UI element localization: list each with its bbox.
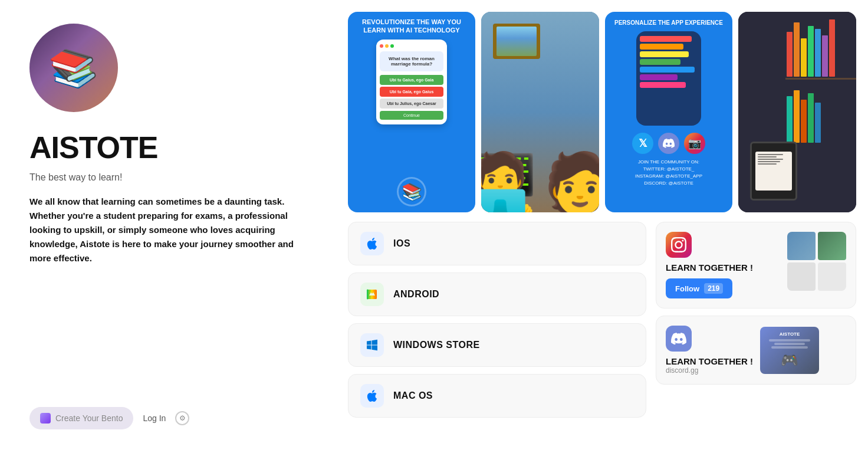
screenshot1-text: REVOLUTIONIZE THE WAY YOU LEARN WITH AI …: [353, 18, 471, 35]
discord-widget-left: LEARN TOGETHER ! discord.gg: [666, 326, 753, 375]
android-label: ANDROID: [393, 289, 439, 300]
phone-dots: [380, 44, 443, 48]
screenshot3-text: PERSONALIZE THE APP EXPERIENCE: [614, 19, 723, 27]
cartoon-scene: 🧑‍💻 🧑: [481, 12, 599, 212]
ios-download-item[interactable]: IOS: [348, 222, 646, 265]
instagram-widget: LEARN TOGETHER ! Follow 219: [656, 222, 856, 308]
discord-widget-content: LEARN TOGETHER ! discord.gg AISTOTE 🎮: [666, 326, 846, 375]
social-widgets: LEARN TOGETHER ! Follow 219: [656, 222, 856, 418]
discord-bar-1: [769, 339, 810, 342]
left-content: 📚 AISTOTE The best way to learn! We all …: [29, 24, 313, 265]
handwriting-2: [758, 156, 777, 157]
join-community-text: JOIN THE COMMUNITY ON: TWITTER: @AISTOTE…: [635, 159, 702, 187]
bento-icon: [40, 413, 51, 424]
book-8: [787, 96, 793, 143]
book-5: [815, 29, 821, 77]
discord-widget-icon: [666, 326, 692, 352]
thumb-4: [818, 262, 846, 291]
colorbar-5: [640, 67, 695, 73]
discord-bar-2: [774, 343, 805, 345]
follow-label: Follow: [675, 284, 699, 293]
continue-button-small: Continue: [380, 111, 443, 120]
right-panel: REVOLUTIONIZE THE WAY YOU LEARN WITH AI …: [342, 0, 868, 453]
quiz-question: What was the roman marriage formula?: [380, 51, 443, 71]
book-4: [808, 26, 814, 77]
colorbar-list: [640, 36, 698, 88]
windows-icon: [360, 333, 384, 357]
screenshot-books: [738, 12, 856, 212]
bookshelf-scene: [738, 12, 856, 212]
screenshot-quiz: REVOLUTIONIZE THE WAY YOU LEARN WITH AI …: [348, 12, 475, 212]
instagram-icon-small: 📷: [684, 133, 705, 154]
answer-3: Ubi tu Julius, ego Caesar: [380, 99, 443, 109]
tablet-screen: [755, 152, 792, 191]
android-download-item[interactable]: ANDROID: [348, 273, 646, 316]
book-1: [787, 32, 793, 77]
twitter-icon: 𝕏: [632, 133, 653, 154]
book-9: [794, 90, 800, 143]
windows-download-item[interactable]: WINDOWS STORE: [348, 323, 646, 367]
answer-2: Ubi tu Gaia, ego Gaius: [380, 87, 443, 97]
phone-frame-personalize: [636, 31, 701, 126]
book-7: [829, 19, 835, 77]
colorbar-2: [640, 44, 683, 50]
discord-icon-small: [658, 133, 679, 154]
book-12: [815, 103, 821, 143]
app-title: AISTOTE: [29, 130, 313, 165]
thumb-3: [787, 262, 816, 291]
mac-download-item[interactable]: MAC OS: [348, 374, 646, 418]
app-description: We all know that learning can sometimes …: [29, 195, 313, 265]
discord-preview-title: AISTOTE: [780, 331, 800, 337]
book-3: [801, 38, 807, 77]
colorbar-3: [640, 51, 689, 57]
dot-green: [390, 44, 394, 48]
android-icon: [360, 283, 384, 306]
follow-count: 219: [704, 283, 723, 294]
colorbar-4: [640, 59, 680, 65]
book-2: [794, 22, 800, 77]
tablet-frame: [750, 142, 797, 201]
book-6: [822, 35, 828, 77]
discord-preview: AISTOTE 🎮: [760, 327, 819, 374]
handwriting-3: [758, 159, 783, 160]
create-bento-button[interactable]: Create Your Bento: [29, 407, 133, 429]
instagram-follow-button[interactable]: Follow 219: [666, 278, 732, 298]
shelf-2: [785, 78, 856, 144]
login-link[interactable]: Log In: [143, 413, 166, 423]
picture-inner: [497, 27, 537, 56]
discord-bar-3: [771, 346, 808, 349]
answer-1: Ubi tu Gaius, ego Gaia: [380, 75, 443, 85]
characters: 🧑‍💻 🧑: [481, 153, 599, 212]
download-links: IOS ANDROID: [348, 222, 646, 418]
dot-yellow: [385, 44, 389, 48]
thumb-2: [818, 232, 846, 260]
picture-frame: [493, 24, 540, 59]
book-10: [801, 100, 807, 143]
instagram-widget-icon: [666, 232, 692, 258]
dot-red: [380, 44, 383, 48]
handwriting-5: [758, 163, 777, 165]
colorbar-1: [640, 36, 692, 42]
handwriting-1: [758, 154, 783, 155]
discord-widget-subtitle: discord.gg: [666, 366, 753, 375]
app-avatar: 📚: [29, 24, 118, 112]
book-11: [808, 93, 814, 143]
discord-widget-title: LEARN TOGETHER !: [666, 356, 753, 366]
app-tagline: The best way to learn!: [29, 172, 313, 183]
left-panel: 📚 AISTOTE The best way to learn! We all …: [0, 0, 342, 453]
colorbar-6: [640, 74, 678, 80]
thumb-1: [787, 232, 816, 260]
ios-label: IOS: [393, 238, 410, 249]
colorbar-7: [640, 82, 686, 88]
bottom-content: IOS ANDROID: [348, 222, 856, 418]
social-icons-row: 𝕏 📷: [632, 133, 705, 154]
settings-icon[interactable]: ⚙: [175, 411, 189, 425]
windows-label: WINDOWS STORE: [393, 340, 480, 350]
instagram-thumbnails: [787, 232, 846, 291]
left-footer: Create Your Bento Log In ⚙: [29, 407, 313, 429]
books-emoji-icon: 📚: [47, 42, 101, 94]
screenshot1-bottom: 📚: [397, 172, 426, 206]
handwriting-4: [758, 161, 780, 162]
screenshot-cartoon: 🧑‍💻 🧑: [481, 12, 599, 212]
instagram-widget-left: LEARN TOGETHER ! Follow 219: [666, 232, 753, 298]
